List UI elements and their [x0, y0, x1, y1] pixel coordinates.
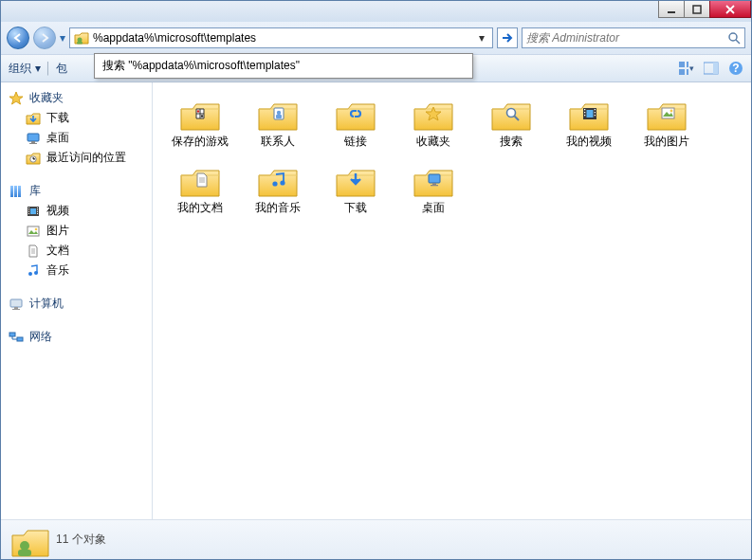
desktop-icon — [26, 131, 41, 146]
sidebar-head-libraries[interactable]: 库 — [1, 181, 152, 201]
nav-dropdown-icon[interactable]: ▾ — [60, 31, 65, 45]
folder-icon — [411, 162, 456, 200]
svg-rect-51 — [595, 115, 596, 116]
svg-point-42 — [277, 111, 281, 115]
folder-label: 保存的游戏 — [172, 135, 229, 149]
library-icon — [9, 184, 24, 199]
folder-icon — [255, 162, 301, 200]
svg-rect-27 — [37, 211, 38, 212]
svg-rect-37 — [9, 333, 15, 336]
folder-item[interactable]: 保存的游戏 — [166, 92, 234, 153]
sidebar-item-pictures[interactable]: 图片 — [1, 221, 152, 241]
folder-label: 链接 — [344, 135, 367, 149]
video-icon — [26, 204, 41, 219]
folder-item[interactable]: 我的文档 — [166, 158, 234, 219]
svg-rect-59 — [431, 185, 438, 186]
svg-rect-26 — [37, 209, 38, 210]
svg-rect-7 — [679, 69, 685, 75]
folder-label: 我的音乐 — [255, 202, 301, 215]
preview-pane-button[interactable] — [704, 61, 719, 76]
address-dropdown-icon[interactable]: ▾ — [475, 31, 488, 45]
folder-item[interactable]: 桌面 — [399, 158, 468, 219]
folder-label: 我的文档 — [177, 202, 223, 215]
view-options-button[interactable]: ▾ — [679, 61, 694, 76]
svg-point-56 — [280, 180, 284, 185]
sidebar-head-network[interactable]: 网络 — [1, 327, 152, 347]
folder-label: 联系人 — [261, 135, 295, 149]
folder-grid: 保存的游戏联系人链接收藏夹搜索我的视频我的图片我的文档我的音乐下载桌面 — [166, 92, 738, 219]
folder-item[interactable]: 我的图片 — [633, 92, 701, 153]
svg-rect-8 — [687, 69, 688, 75]
picture-icon — [26, 224, 41, 239]
folder-item[interactable]: 收藏夹 — [399, 92, 468, 153]
svg-rect-38 — [17, 337, 23, 341]
svg-rect-22 — [28, 209, 29, 210]
body: 收藏夹 下载 桌面 最近访问的位置 库 — [1, 82, 751, 519]
computer-icon — [9, 297, 24, 312]
svg-point-54 — [670, 110, 673, 113]
svg-rect-35 — [14, 307, 18, 309]
sidebar-item-music[interactable]: 音乐 — [1, 261, 152, 280]
go-button[interactable] — [497, 27, 518, 48]
folder-icon — [566, 96, 612, 134]
sidebar-group-network: 网络 — [1, 327, 152, 347]
music-icon — [26, 263, 41, 279]
sidebar-item-downloads[interactable]: 下载 — [1, 108, 152, 128]
svg-rect-48 — [584, 115, 585, 116]
folder-item[interactable]: 联系人 — [244, 92, 312, 153]
document-icon — [26, 244, 41, 259]
sidebar-head-computer[interactable]: 计算机 — [1, 294, 152, 314]
sidebar-item-recent[interactable]: 最近访问的位置 — [1, 148, 152, 168]
search-input[interactable] — [526, 31, 727, 45]
forward-button[interactable] — [33, 27, 56, 49]
folder-item[interactable]: 链接 — [321, 92, 390, 153]
folder-label: 桌面 — [422, 202, 445, 215]
status-count: 11 个对象 — [56, 532, 106, 548]
svg-rect-50 — [595, 112, 596, 113]
user-folder-icon — [74, 30, 89, 45]
folder-item[interactable]: 下载 — [321, 158, 390, 219]
svg-rect-30 — [28, 226, 39, 236]
suggestion-item[interactable]: 搜索 "%appdata%\microsoft\templates" — [95, 54, 472, 78]
folder-item[interactable]: 搜索 — [477, 92, 545, 153]
search-icon — [727, 31, 741, 45]
svg-rect-21 — [28, 208, 29, 208]
sidebar-item-desktop[interactable]: 桌面 — [1, 128, 152, 148]
address-input[interactable] — [93, 31, 475, 45]
sidebar-item-videos[interactable]: 视频 — [1, 201, 152, 221]
svg-rect-14 — [31, 141, 35, 143]
svg-rect-0 — [668, 11, 675, 13]
folder-icon — [255, 96, 301, 134]
sidebar-item-documents[interactable]: 文档 — [1, 241, 152, 261]
minimize-button[interactable] — [658, 1, 685, 18]
help-button[interactable]: ? — [728, 61, 743, 76]
close-button[interactable] — [709, 1, 751, 18]
svg-rect-13 — [28, 134, 39, 141]
content-area: 保存的游戏联系人链接收藏夹搜索我的视频我的图片我的文档我的音乐下载桌面 — [153, 82, 751, 519]
svg-rect-23 — [28, 211, 29, 212]
maximize-button[interactable] — [684, 1, 710, 18]
folder-icon — [411, 96, 456, 134]
folder-item[interactable]: 我的视频 — [555, 92, 623, 153]
titlebar — [1, 1, 751, 22]
sidebar-head-favorites[interactable]: 收藏夹 — [1, 88, 152, 108]
svg-rect-1 — [693, 6, 701, 13]
svg-rect-29 — [30, 208, 36, 214]
sidebar-group-libraries: 库 视频 图片 文档 音乐 — [1, 181, 152, 280]
nav-row: ▾ ▾ — [1, 22, 751, 54]
folder-icon — [333, 96, 378, 134]
search-box[interactable] — [522, 27, 745, 48]
address-bar[interactable]: ▾ — [69, 27, 493, 48]
svg-rect-25 — [37, 208, 38, 208]
svg-point-60 — [20, 541, 29, 551]
svg-rect-47 — [584, 112, 585, 113]
svg-rect-15 — [29, 143, 37, 144]
svg-rect-52 — [587, 110, 594, 117]
back-button[interactable] — [7, 27, 29, 49]
svg-point-31 — [35, 227, 38, 230]
sidebar: 收藏夹 下载 桌面 最近访问的位置 库 — [1, 82, 153, 519]
folder-item[interactable]: 我的音乐 — [244, 158, 312, 219]
include-button[interactable]: 包 — [56, 61, 67, 77]
user-folder-icon — [10, 524, 46, 556]
organize-button[interactable]: 组织 ▾ — [9, 61, 41, 77]
